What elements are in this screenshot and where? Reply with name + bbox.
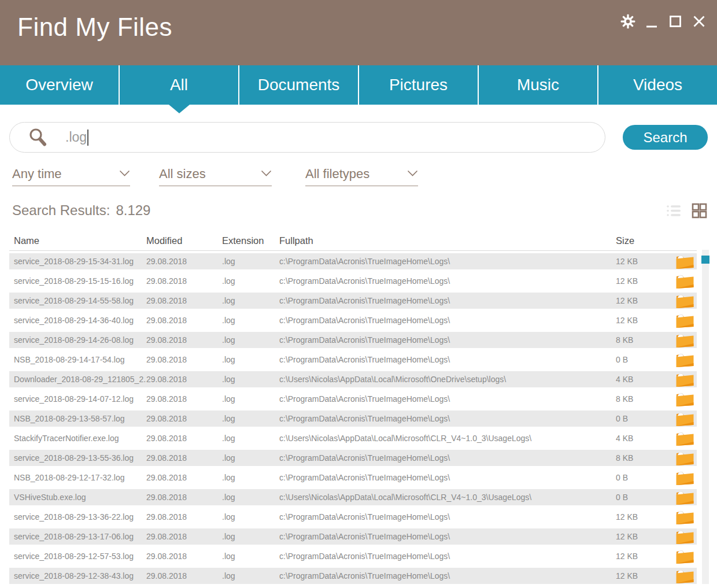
folder-icon[interactable] bbox=[673, 568, 697, 584]
maximize-icon[interactable] bbox=[668, 13, 683, 30]
folder-icon[interactable] bbox=[673, 529, 697, 545]
scrollbar-thumb[interactable] bbox=[701, 256, 709, 264]
tab-videos[interactable]: Videos bbox=[598, 65, 717, 105]
results-count: 8.129 bbox=[116, 202, 150, 218]
close-icon[interactable] bbox=[692, 13, 707, 30]
cell-modified: 29.08.2018 bbox=[146, 394, 222, 404]
tab-label: Pictures bbox=[389, 76, 448, 94]
table-row[interactable]: StackifyTracerNotifier.exe.log29.08.2018… bbox=[9, 430, 697, 446]
table-row[interactable]: service_2018-08-29-13-17-06.log29.08.201… bbox=[9, 528, 697, 545]
cell-name: service_2018-08-29-12-38-43.log bbox=[9, 571, 146, 580]
folder-icon[interactable] bbox=[673, 372, 697, 387]
cell-fullpath: c:\Users\Nicolas\AppData\Local\Microsoft… bbox=[279, 434, 616, 443]
cell-fullpath: c:\ProgramData\Acronis\TrueImageHome\Log… bbox=[279, 453, 616, 463]
folder-icon[interactable] bbox=[673, 549, 697, 564]
cell-modified: 29.08.2018 bbox=[146, 276, 222, 286]
cell-extension: .log bbox=[222, 414, 279, 423]
cell-name: VSHiveStub.exe.log bbox=[9, 493, 146, 502]
list-view-icon[interactable] bbox=[666, 204, 682, 217]
dropdown-label: All filetypes bbox=[305, 167, 369, 182]
folder-icon[interactable] bbox=[673, 293, 697, 309]
cell-modified: 29.08.2018 bbox=[146, 375, 222, 384]
folder-icon[interactable] bbox=[673, 450, 697, 466]
folder-icon[interactable] bbox=[673, 313, 697, 328]
folder-icon[interactable] bbox=[673, 431, 697, 446]
filetype-filter[interactable]: All filetypes bbox=[305, 167, 418, 186]
cell-extension: .log bbox=[222, 257, 279, 266]
folder-icon[interactable] bbox=[673, 411, 697, 427]
table-row[interactable]: service_2018-08-29-14-07-12.log29.08.201… bbox=[9, 391, 697, 407]
folder-icon[interactable] bbox=[673, 509, 697, 525]
search-query-text: .log bbox=[65, 130, 87, 145]
cell-size: 12 KB bbox=[616, 532, 673, 541]
search-input[interactable]: .log bbox=[9, 122, 605, 153]
scrollbar-track[interactable] bbox=[702, 250, 709, 584]
cell-modified: 29.08.2018 bbox=[146, 296, 222, 305]
size-filter[interactable]: All sizes bbox=[159, 167, 272, 186]
search-button[interactable]: Search bbox=[623, 125, 708, 150]
title-bar: Find My Files bbox=[0, 0, 717, 65]
cell-extension: .log bbox=[222, 394, 279, 404]
tab-label: Videos bbox=[633, 76, 682, 94]
folder-icon[interactable] bbox=[673, 470, 697, 486]
chevron-down-icon bbox=[407, 170, 418, 182]
table-row[interactable]: service_2018-08-29-13-55-36.log29.08.201… bbox=[9, 450, 697, 466]
magnifier-icon bbox=[27, 127, 49, 149]
folder-icon[interactable] bbox=[673, 273, 697, 289]
table-row[interactable]: NSB_2018-08-29-12-17-32.log29.08.2018.lo… bbox=[9, 469, 697, 486]
folder-icon[interactable] bbox=[673, 352, 697, 368]
table-row[interactable]: service_2018-08-29-13-36-22.log29.08.201… bbox=[9, 509, 697, 525]
minimize-icon[interactable] bbox=[644, 13, 659, 30]
cell-fullpath: c:\ProgramData\Acronis\TrueImageHome\Log… bbox=[279, 257, 616, 266]
time-filter[interactable]: Any time bbox=[12, 167, 130, 186]
cell-modified: 29.08.2018 bbox=[146, 316, 222, 325]
cell-fullpath: c:\ProgramData\Acronis\TrueImageHome\Log… bbox=[279, 394, 616, 404]
cell-size: 12 KB bbox=[616, 512, 673, 522]
cell-size: 0 B bbox=[616, 493, 673, 502]
table-row[interactable]: service_2018-08-29-12-57-53.log29.08.201… bbox=[9, 548, 697, 564]
table-row[interactable]: service_2018-08-29-14-36-40.log29.08.201… bbox=[9, 312, 697, 328]
column-header-extension[interactable]: Extension bbox=[222, 235, 279, 246]
cell-fullpath: c:\Users\Nicolas\AppData\Local\Microsoft… bbox=[279, 493, 616, 502]
tab-pictures[interactable]: Pictures bbox=[359, 65, 478, 105]
cell-name: service_2018-08-29-15-15-16.log bbox=[9, 276, 146, 286]
column-header-modified[interactable]: Modified bbox=[146, 235, 222, 246]
cell-fullpath: c:\ProgramData\Acronis\TrueImageHome\Log… bbox=[279, 473, 616, 482]
column-header-name[interactable]: Name bbox=[9, 235, 146, 246]
tab-all[interactable]: All bbox=[120, 65, 238, 105]
table-row[interactable]: service_2018-08-29-14-55-58.log29.08.201… bbox=[9, 293, 697, 309]
cell-extension: .log bbox=[222, 316, 279, 325]
folder-icon[interactable] bbox=[673, 391, 697, 407]
cell-name: service_2018-08-29-15-34-31.log bbox=[9, 257, 146, 266]
cell-name: service_2018-08-29-14-36-40.log bbox=[9, 316, 146, 325]
cell-modified: 29.08.2018 bbox=[146, 532, 222, 541]
grid-view-icon[interactable] bbox=[692, 203, 707, 219]
cell-extension: .log bbox=[222, 493, 279, 502]
cell-modified: 29.08.2018 bbox=[146, 512, 222, 522]
cell-size: 12 KB bbox=[616, 276, 673, 286]
tab-documents[interactable]: Documents bbox=[239, 65, 358, 105]
table-row[interactable]: service_2018-08-29-15-15-16.log29.08.201… bbox=[9, 273, 697, 289]
table-row[interactable]: service_2018-08-29-14-26-08.log29.08.201… bbox=[9, 332, 697, 348]
cell-size: 12 KB bbox=[616, 316, 673, 325]
table-row[interactable]: Downloader_2018-08-29_121805_2...29.08.2… bbox=[9, 371, 697, 387]
cell-size: 0 B bbox=[616, 473, 673, 482]
tab-music[interactable]: Music bbox=[479, 65, 597, 105]
cell-size: 0 B bbox=[616, 414, 673, 423]
cell-extension: .log bbox=[222, 434, 279, 443]
folder-icon[interactable] bbox=[673, 254, 697, 269]
table-row[interactable]: VSHiveStub.exe.log29.08.2018.logc:\Users… bbox=[9, 489, 697, 505]
folder-icon[interactable] bbox=[673, 332, 697, 348]
table-row[interactable]: NSB_2018-08-29-14-17-54.log29.08.2018.lo… bbox=[9, 352, 697, 368]
cell-extension: .log bbox=[222, 473, 279, 482]
gear-icon[interactable] bbox=[620, 13, 635, 30]
column-header-size[interactable]: Size bbox=[616, 235, 673, 246]
tab-overview[interactable]: Overview bbox=[0, 65, 119, 105]
folder-icon[interactable] bbox=[673, 490, 697, 505]
table-row[interactable]: service_2018-08-29-15-34-31.log29.08.201… bbox=[9, 253, 697, 269]
cell-modified: 29.08.2018 bbox=[146, 453, 222, 463]
column-header-fullpath[interactable]: Fullpath bbox=[279, 235, 616, 246]
cell-size: 0 B bbox=[616, 355, 673, 364]
table-row[interactable]: service_2018-08-29-12-38-43.log29.08.201… bbox=[9, 568, 697, 584]
table-row[interactable]: NSB_2018-08-29-13-58-57.log29.08.2018.lo… bbox=[9, 411, 697, 427]
